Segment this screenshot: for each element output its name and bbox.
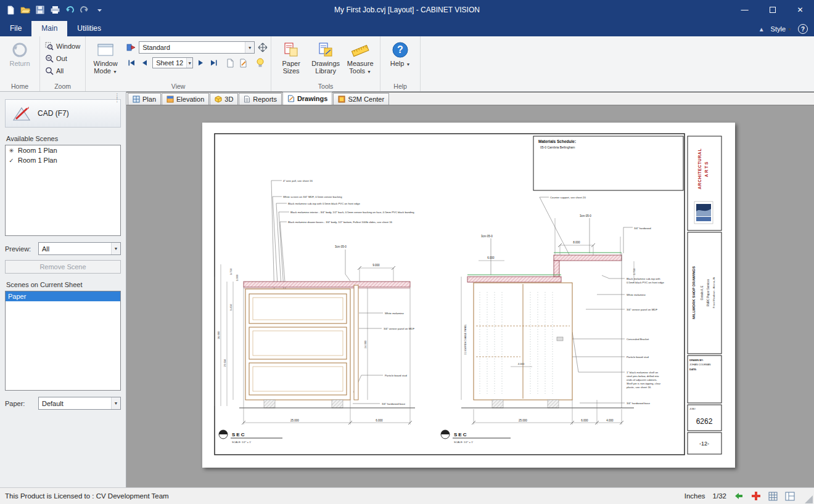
new-document-icon[interactable] [5,4,16,15]
customize-qat-icon[interactable] [94,4,105,15]
previous-sheet-button[interactable] [139,58,150,68]
tab-s2m-center[interactable]: S2M Center [333,93,389,105]
drawings-library-button[interactable]: Drawings Library [308,38,343,82]
measure-tools-button[interactable]: Measure Tools ▼ [343,38,377,82]
dimension: 4.000 [606,419,614,422]
help-button[interactable]: ? Help ▼ [383,38,417,82]
drawn-by-value: JOHAN COLEMAN [689,363,711,366]
sheet-combo[interactable]: Sheet 12 ▼ [152,57,193,68]
maximize-button[interactable] [758,0,786,20]
drawing-sheet: Materials Schedule: 05-0 Cambria Belling… [202,123,735,468]
undo-icon[interactable] [64,4,75,15]
section-label: SEC [232,432,245,437]
scene-render-icon: ✳ [8,147,15,154]
annotation: Shelf pin is non-tipping, clear [627,382,661,385]
left-section-view: 4" wire pull, see sheet 16 White screen … [215,179,415,444]
last-sheet-button[interactable] [208,58,219,68]
close-button[interactable]: ✕ [786,0,814,20]
pan-arrows-icon[interactable] [257,43,268,52]
style-dropdown[interactable]: Style▼ [771,25,792,33]
chevron-down-icon: ▼ [367,70,371,74]
redo-icon[interactable] [79,4,90,15]
layout-panels-icon[interactable] [785,492,795,501]
units-indicator[interactable]: Inches [684,492,705,500]
annotation: Black melamine sub-top with 0.5mm black … [288,202,360,205]
pan-back-icon[interactable] [734,491,744,501]
annotation: Counter support, see sheet 20 [550,196,586,199]
zoom-window-button[interactable]: Window [43,41,83,51]
zoom-all-button[interactable]: All [43,65,83,76]
tab-elevation[interactable]: Elevation [162,93,209,105]
panel-splitter-handle[interactable]: ⋮⋮ [114,94,121,102]
minimize-button[interactable]: — [731,0,758,20]
client-name: FNRC Paper Services [707,278,710,306]
drawing-paper[interactable]: Materials Schedule: 05-0 Cambria Belling… [202,123,735,468]
firm-name: ARTS [704,160,709,177]
annotation: Black melamine sub-top with [627,277,660,280]
scene-check-icon: ✓ [8,157,15,164]
tab-3d[interactable]: 3D [210,93,238,105]
available-scenes-list[interactable]: ✳ Room 1 Plan ✓ Room 1 Plan [5,145,121,236]
help-button-icon: ? [392,40,409,60]
save-icon[interactable] [35,4,46,15]
ribbon-tab-bar: File Main Utilities ▲ Style▼ ? [0,20,814,36]
ribbon: Return Home Window Out All Zoom [0,36,814,92]
title-block: ARCHITECTURAL ARTS MILLWORK SHOP DRAWING… [688,136,722,454]
cube-3d-icon [215,96,222,103]
group-label-view: View [88,82,268,91]
next-sheet-button[interactable] [195,58,206,68]
resize-grip[interactable] [805,495,813,503]
dimension: 6.000 [581,419,588,422]
dimension: 1.750 [633,268,636,275]
snap-scale-indicator[interactable]: 1/32 [713,492,726,500]
cad-icon [12,105,31,122]
tab-utilities[interactable]: Utilities [67,21,111,36]
cad-mode-button[interactable]: CAD (F7) [5,99,121,128]
annotation: steel pins below, drilled into [627,375,659,378]
annotation: Particle board stud [627,356,649,359]
license-text: This Product is Licensed to : CV Develop… [5,492,169,500]
sheet-scene-item-paper[interactable]: Paper [6,291,120,301]
new-sheet-icon[interactable] [225,58,236,68]
reports-icon [244,96,250,103]
crosshair-icon[interactable] [751,491,761,501]
tab-plan[interactable]: Plan [128,93,161,105]
countertop-upper [554,255,622,261]
tab-main[interactable]: Main [31,21,67,36]
date-label: DATE: [689,368,697,371]
first-sheet-button[interactable] [126,58,137,68]
style-combo[interactable]: Standard ▼ [139,41,255,54]
chevron-down-icon: ▼ [186,58,192,68]
preview-combo[interactable]: All ▼ [38,242,121,255]
annotation: 3/4" hardwood base [382,402,406,405]
paper-sizes-button[interactable]: Paper Sizes [274,38,308,82]
window-mode-button[interactable]: Window Mode ▼ [88,38,123,82]
dimension: 9.450 [229,304,232,311]
grid-toggle-icon[interactable] [768,492,778,501]
return-button[interactable]: Return [2,38,37,82]
annotation: 4" wire pull, see sheet 16 [283,179,313,182]
open-file-icon[interactable] [20,4,31,15]
help-icon[interactable]: ? [798,24,808,34]
annotation: plastic, see sheet 16. [627,386,651,389]
tab-file[interactable]: File [0,21,31,36]
dimension: 36.000 [217,331,220,339]
tab-drawings[interactable]: Drawings [282,92,333,105]
sheet-scenes-list[interactable]: Paper [5,291,121,391]
statusbar: This Product is Licensed to : CV Develop… [0,487,814,504]
scene-style-icon [126,43,136,52]
project-title: MILLWORK SHOP DRAWINGS [692,266,696,319]
collapse-ribbon-icon[interactable]: ▲ [758,26,765,33]
scene-list-item[interactable]: ✓ Room 1 Plan [6,155,120,165]
edit-sheet-icon[interactable] [238,58,249,68]
print-icon[interactable] [49,4,60,15]
annotation: 3/4" veneer panel on MDF [627,308,657,311]
paper-combo[interactable]: Default ▼ [38,397,121,410]
layout-canvas[interactable]: Materials Schedule: 05-0 Cambria Belling… [126,105,814,487]
scene-list-item[interactable]: ✳ Room 1 Plan [6,145,120,155]
remove-scene-button[interactable]: Remove Scene [5,260,121,274]
tab-reports[interactable]: Reports [239,93,282,105]
lightbulb-icon[interactable] [255,58,265,68]
zoom-out-button[interactable]: Out [43,53,83,63]
firm-name: ARCHITECTURAL [697,148,702,190]
